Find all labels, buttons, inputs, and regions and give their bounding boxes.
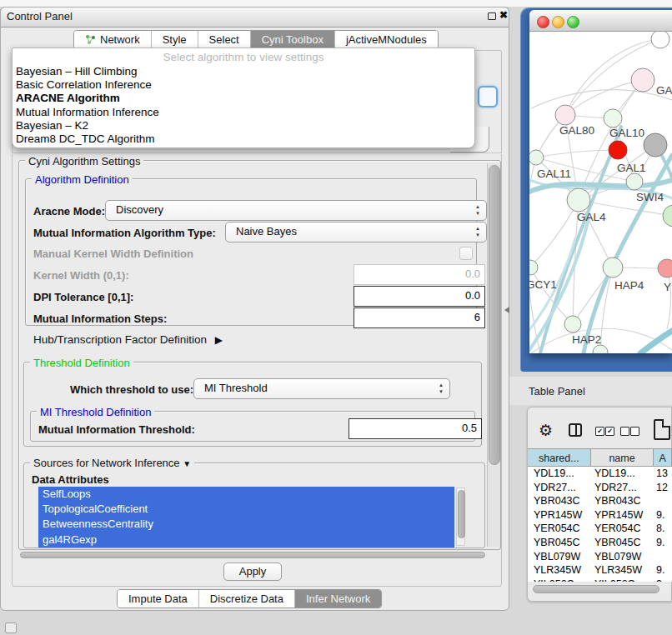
tab-style[interactable]: Style <box>152 31 198 48</box>
splitpane-collapse-arrow[interactable] <box>504 307 509 313</box>
which-threshold-combo[interactable]: MI Threshold ▲▼ <box>193 378 450 399</box>
algorithm-option[interactable]: Basic Correlation Inference <box>13 78 474 92</box>
hide-columns-icon[interactable] <box>630 427 639 436</box>
tab-jactivemnodules[interactable]: jActiveMNodules <box>335 31 438 48</box>
minimized-panel-icon[interactable] <box>5 622 17 633</box>
network-canvas[interactable]: GALGAL80GAL10GAL11GAL1SWI4GAL4GCY1HAP4YH… <box>529 32 672 353</box>
table-cell: YPR145W <box>528 508 591 522</box>
table-row[interactable]: YLR345WYLR345W9. <box>528 563 672 578</box>
algorithm-option[interactable]: Dream8 DC_TDC Algorithm <box>13 132 474 146</box>
table-row[interactable]: YDL19...YDL19...13 <box>528 467 672 481</box>
network-node-gal1[interactable] <box>626 173 643 190</box>
float-window-icon[interactable] <box>488 12 496 20</box>
tab-impute-data[interactable]: Impute Data <box>118 590 199 608</box>
mi-threshold-field[interactable]: 0.5 <box>349 418 482 439</box>
tab-cyni-toolbox[interactable]: Cyni Toolbox <box>251 31 335 48</box>
table-cell: YIL052C <box>528 578 591 582</box>
group-border-fragment <box>12 152 502 154</box>
data-attributes-label: Data Attributes <box>32 473 109 486</box>
column-header[interactable]: shared... <box>528 449 591 467</box>
algorithm-option[interactable]: ARACNE Algorithm <box>13 92 474 105</box>
show-columns-icon[interactable]: ✔ <box>605 427 614 436</box>
table-row[interactable]: YIL052CYIL052C9 <box>528 578 672 582</box>
network-node-gal80[interactable] <box>555 105 575 125</box>
mi-algorithm-type-combo[interactable]: Naive Bayes ▲▼ <box>225 222 487 242</box>
algorithm-option[interactable]: Bayesian – K2 <box>13 119 474 132</box>
manual-kernel-width-checkbox[interactable] <box>459 247 473 260</box>
hub-factor-section-label[interactable]: Hub/Transcription Factor Definition ▶ <box>33 333 223 346</box>
tab-network[interactable]: Network <box>74 31 152 48</box>
expand-right-icon[interactable]: ▶ <box>215 334 223 346</box>
mac-close-button[interactable] <box>537 16 549 28</box>
table-row[interactable]: YPR145WYPR145W9. <box>528 508 672 522</box>
tab-select[interactable]: Select <box>198 31 251 48</box>
collapse-down-icon[interactable]: ▼ <box>183 459 191 468</box>
data-attribute-item[interactable]: gal4RGexp <box>38 532 454 548</box>
export-table-icon[interactable] <box>654 419 670 440</box>
combo-arrows-icon: ▲▼ <box>475 203 480 217</box>
tab-infer-network[interactable]: Infer Network <box>295 590 381 608</box>
mac-zoom-button[interactable] <box>567 16 579 28</box>
split-columns-icon[interactable] <box>569 423 582 437</box>
table-cell: YLR345W <box>528 563 591 578</box>
cyni-bottom-tabs: Impute DataDiscretize DataInfer Network <box>117 589 382 608</box>
inference-algorithm-combo-fragment[interactable] <box>478 86 498 108</box>
network-node[interactable] <box>644 133 667 157</box>
table-hscrollbar-thumb[interactable] <box>533 585 659 593</box>
network-window-titlebar[interactable] <box>529 10 672 32</box>
network-node-label: GAL80 <box>559 124 594 137</box>
sources-title[interactable]: Sources for Network Inference ▼ <box>30 457 194 469</box>
algorithm-option[interactable]: Bayesian – Hill Climbing <box>13 65 474 78</box>
aracne-mode-combo[interactable]: Discovery ▲▼ <box>105 200 487 221</box>
network-node[interactable] <box>609 141 627 159</box>
column-header[interactable]: name <box>591 449 654 467</box>
mi-steps-label: Mutual Information Steps: <box>33 312 167 325</box>
hide-columns-icon[interactable] <box>620 427 629 436</box>
network-node-label: SWI4 <box>636 191 664 203</box>
table-row[interactable]: YBR045CYBR045C9. <box>528 536 672 550</box>
dpi-tolerance-label: DPI Tolerance [0,1]: <box>33 291 133 303</box>
gear-icon[interactable]: ⚙ <box>539 421 553 440</box>
network-node-gal4[interactable] <box>567 188 590 212</box>
table-cell: YPR145W <box>591 508 652 522</box>
settings-scrollbar-thumb[interactable] <box>489 165 500 465</box>
attributes-scrollbar-thumb[interactable] <box>458 490 465 538</box>
table-row[interactable]: YBR043CYBR043C <box>528 494 672 508</box>
kernel-width-label: Kernel Width (0,1): <box>33 269 129 282</box>
data-attribute-item[interactable]: SelfLoops <box>38 487 454 502</box>
table-row[interactable]: YER054CYER054C8. <box>528 522 672 536</box>
show-columns-icon[interactable]: ✔ <box>595 427 604 436</box>
data-attribute-item[interactable]: BetweennessCentrality <box>38 517 454 532</box>
data-attributes-list[interactable]: SelfLoopsTopologicalCoefficientBetweenne… <box>38 487 454 548</box>
data-attribute-item[interactable]: TopologicalCoefficient <box>38 502 454 517</box>
tab-discretize-data[interactable]: Discretize Data <box>199 590 295 608</box>
table-cell: YLR345W <box>591 563 652 578</box>
network-node-hap4[interactable] <box>603 258 623 278</box>
network-node-y[interactable] <box>658 259 672 278</box>
table-row[interactable]: YBL079WYBL079W <box>528 550 672 564</box>
column-header[interactable]: A <box>654 449 672 467</box>
kernel-width-field[interactable]: 0.0 <box>354 264 485 285</box>
network-node-gal10[interactable] <box>604 109 622 128</box>
top-strip <box>0 0 672 7</box>
attributes-scrollbar-track[interactable] <box>456 488 465 546</box>
network-node-gal[interactable] <box>631 68 654 92</box>
aracne-mode-value: Discovery <box>116 203 163 216</box>
table-cell: YDR27... <box>528 481 591 495</box>
algorithm-option[interactable]: Mutual Information Inference <box>13 106 474 119</box>
settings-hscrollbar-thumb[interactable] <box>20 552 485 558</box>
apply-button[interactable]: Apply <box>223 562 282 581</box>
table-cell: YER054C <box>591 522 652 536</box>
table-hscrollbar-track[interactable] <box>530 584 670 593</box>
table-row[interactable]: YDR27...YDR27...12 <box>528 481 672 495</box>
network-node-hap2[interactable] <box>564 316 581 332</box>
close-panel-icon[interactable]: ✖ <box>499 9 508 21</box>
mac-minimize-button[interactable] <box>552 16 564 28</box>
table-cell: 9 <box>652 578 672 582</box>
network-node-gal11[interactable] <box>529 150 544 165</box>
network-node-label: GAL10 <box>609 127 644 139</box>
dpi-tolerance-field[interactable]: 0.0 <box>354 286 485 307</box>
network-node[interactable] <box>651 32 669 48</box>
settings-scrollbar-track[interactable] <box>487 163 500 547</box>
mi-steps-field[interactable]: 6 <box>354 308 485 328</box>
